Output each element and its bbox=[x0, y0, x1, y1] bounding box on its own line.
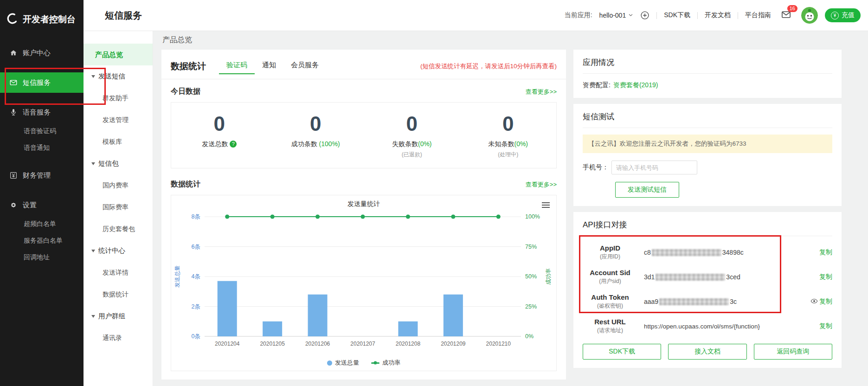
api-value-prefix: 3d1 bbox=[644, 273, 655, 281]
recharge-label: 充值 bbox=[842, 11, 855, 19]
api-value-suffix: 3c bbox=[730, 298, 737, 305]
caret-down-icon bbox=[91, 75, 95, 78]
masked-value bbox=[656, 274, 725, 281]
submenu-group-stats-center[interactable]: 统计中心 bbox=[84, 240, 153, 262]
svg-text:20201204: 20201204 bbox=[215, 341, 240, 347]
tab-1[interactable]: 通知 bbox=[255, 58, 283, 74]
sidebar-item-finance[interactable]: 财务管理 bbox=[0, 165, 84, 186]
submenu-item-domestic-rates[interactable]: 国内费率 bbox=[84, 174, 153, 196]
sidebar-item-account-center[interactable]: 账户中心 bbox=[0, 43, 84, 63]
chart-menu-icon[interactable] bbox=[542, 201, 550, 209]
svg-text:20201210: 20201210 bbox=[486, 341, 511, 347]
content-columns: 数据统计 验证码通知会员服务 (短信发送统计有延迟，请发送后10分钟后再查看) … bbox=[161, 50, 868, 380]
api-button-0[interactable]: SDK下载 bbox=[583, 344, 661, 360]
breadcrumb: 产品总览 bbox=[162, 35, 868, 45]
svg-text:8条: 8条 bbox=[192, 213, 200, 220]
topbar-link-1[interactable]: 开发文档 bbox=[705, 11, 731, 19]
separator bbox=[738, 12, 738, 19]
submenu-item-send-management[interactable]: 发送管理 bbox=[84, 109, 153, 131]
submenu-group-sms-package[interactable]: 短信包 bbox=[84, 153, 153, 174]
right-column: 应用情况 资费配置: 资费套餐(2019) 短信测试 【云之讯】欢迎您注册云之讯… bbox=[573, 50, 842, 368]
copy-label: 复制 bbox=[819, 273, 832, 281]
avatar[interactable] bbox=[801, 7, 818, 24]
svg-text:25%: 25% bbox=[525, 303, 537, 310]
yen-icon bbox=[9, 171, 18, 180]
submenu-item-history-packages[interactable]: 历史套餐包 bbox=[84, 218, 153, 240]
svg-text:20201205: 20201205 bbox=[260, 341, 285, 347]
eye-icon[interactable] bbox=[810, 297, 818, 306]
api-value-suffix: 3ced bbox=[726, 273, 740, 281]
svg-text:20201207: 20201207 bbox=[350, 341, 375, 347]
fee-package-link[interactable]: 资费套餐(2019) bbox=[613, 81, 658, 90]
stats-tabs: 验证码通知会员服务 bbox=[219, 58, 326, 74]
sidebar-subitem-voice-notify[interactable]: 语音通知 bbox=[0, 139, 84, 156]
today-more-link[interactable]: 查看更多>> bbox=[526, 88, 557, 96]
api-button-2[interactable]: 返回码查询 bbox=[754, 344, 832, 360]
chevron-down-icon bbox=[628, 12, 633, 19]
api-key-name: AppID bbox=[583, 244, 637, 252]
messages-button[interactable]: 16 bbox=[781, 9, 791, 21]
add-app-icon[interactable] bbox=[640, 11, 649, 20]
mail-icon bbox=[9, 78, 18, 87]
api-button-1[interactable]: 接入文档 bbox=[668, 344, 746, 360]
submenu-item-international-rates[interactable]: 国际费率 bbox=[84, 196, 153, 218]
copy-button-1[interactable]: 复制 bbox=[819, 273, 832, 281]
stats-panel-head: 数据统计 验证码通知会员服务 (短信发送统计有延迟，请发送后10分钟后再查看) bbox=[171, 58, 557, 74]
api-rows: AppID(应用ID)c834898c复制Account Sid(用户sid)3… bbox=[583, 244, 832, 335]
api-row-0: AppID(应用ID)c834898c复制 bbox=[583, 244, 832, 261]
gear-icon bbox=[9, 201, 18, 209]
copy-button-2[interactable]: 复制 bbox=[810, 297, 832, 306]
api-label: Rest URL(请求地址) bbox=[583, 318, 637, 335]
chart-more-link[interactable]: 查看更多>> bbox=[526, 180, 557, 189]
recharge-button[interactable]: 充值 bbox=[825, 8, 861, 22]
copy-label: 复制 bbox=[819, 322, 832, 330]
stat-subnote: (已退款) bbox=[364, 151, 460, 159]
chart-title: 发送量统计 bbox=[171, 200, 556, 208]
home-icon bbox=[9, 49, 18, 57]
app-logo[interactable]: 开发者控制台 bbox=[0, 0, 84, 39]
legend-item-0[interactable]: 发送总量 bbox=[327, 359, 359, 367]
api-row-2: Auth Token(鉴权密钥)aaa93c复制 bbox=[583, 293, 832, 310]
current-app-selector[interactable]: hello-001 bbox=[599, 12, 634, 19]
submenu-group-user-groups[interactable]: 用户群组 bbox=[84, 305, 153, 327]
api-value-suffix: 34898c bbox=[722, 249, 744, 256]
legend-item-1[interactable]: 成功率 bbox=[371, 359, 400, 367]
sidebar-subitem-voice-captcha[interactable]: 语音验证码 bbox=[0, 122, 84, 139]
submenu-item-template-library[interactable]: 模板库 bbox=[84, 131, 153, 153]
sidebar-item-voice-service[interactable]: 语音服务 bbox=[0, 102, 84, 122]
submenu-item-data-stats[interactable]: 数据统计 bbox=[84, 283, 153, 305]
api-card-title: API接口对接 bbox=[583, 219, 832, 236]
copy-button-3[interactable]: 复制 bbox=[819, 322, 832, 330]
masked-value bbox=[659, 298, 729, 305]
current-app-label: 当前应用: bbox=[565, 11, 592, 19]
topbar-link-0[interactable]: SDK下载 bbox=[664, 11, 690, 19]
submenu-item-contacts[interactable]: 通讯录 bbox=[84, 327, 153, 349]
phone-input[interactable] bbox=[611, 161, 697, 174]
chart-section-title: 数据统计 bbox=[171, 180, 200, 189]
stat-label: 成功条数 bbox=[291, 140, 317, 148]
primary-sidebar-menu: 账户中心短信服务语音服务语音验证码语音通知财务管理设置超频白名单服务器白名单回调… bbox=[0, 39, 84, 265]
svg-text:100%: 100% bbox=[525, 213, 540, 220]
sidebar-subitem-callback-url[interactable]: 回调地址 bbox=[0, 249, 84, 265]
send-test-sms-button[interactable]: 发送测试短信 bbox=[615, 182, 679, 198]
svg-text:发送总量: 发送总量 bbox=[174, 265, 180, 288]
sidebar-subitem-freq-whitelist[interactable]: 超频白名单 bbox=[0, 215, 84, 232]
help-icon[interactable] bbox=[230, 141, 237, 148]
api-key-name: Auth Token bbox=[583, 293, 637, 301]
sidebar-item-sms-service[interactable]: 短信服务 bbox=[0, 72, 84, 93]
tab-0[interactable]: 验证码 bbox=[219, 58, 255, 74]
sidebar-subitem-server-whitelist[interactable]: 服务器白名单 bbox=[0, 232, 84, 249]
tab-2[interactable]: 会员服务 bbox=[283, 58, 326, 74]
submenu-item-bulk-assistant[interactable]: 群发助手 bbox=[84, 87, 153, 109]
submenu-item-send-details[interactable]: 发送详情 bbox=[84, 262, 153, 283]
api-row-1: Account Sid(用户sid)3d13ced复制 bbox=[583, 269, 832, 285]
api-key-subname: (鉴权密钥) bbox=[583, 302, 637, 310]
copy-button-0[interactable]: 复制 bbox=[819, 248, 832, 257]
topbar-link-2[interactable]: 平台指南 bbox=[745, 11, 771, 19]
primary-sidebar: 开发者控制台 账户中心短信服务语音服务语音验证码语音通知财务管理设置超频白名单服… bbox=[0, 0, 84, 386]
sidebar-item-label: 设置 bbox=[23, 201, 37, 210]
sidebar-item-settings[interactable]: 设置 bbox=[0, 195, 84, 215]
submenu-group-send-sms[interactable]: 发送短信 bbox=[84, 65, 153, 87]
stat-2: 0失败条数(0%)(已退款) bbox=[364, 114, 460, 159]
submenu-item-product-overview[interactable]: 产品总览 bbox=[84, 44, 153, 65]
